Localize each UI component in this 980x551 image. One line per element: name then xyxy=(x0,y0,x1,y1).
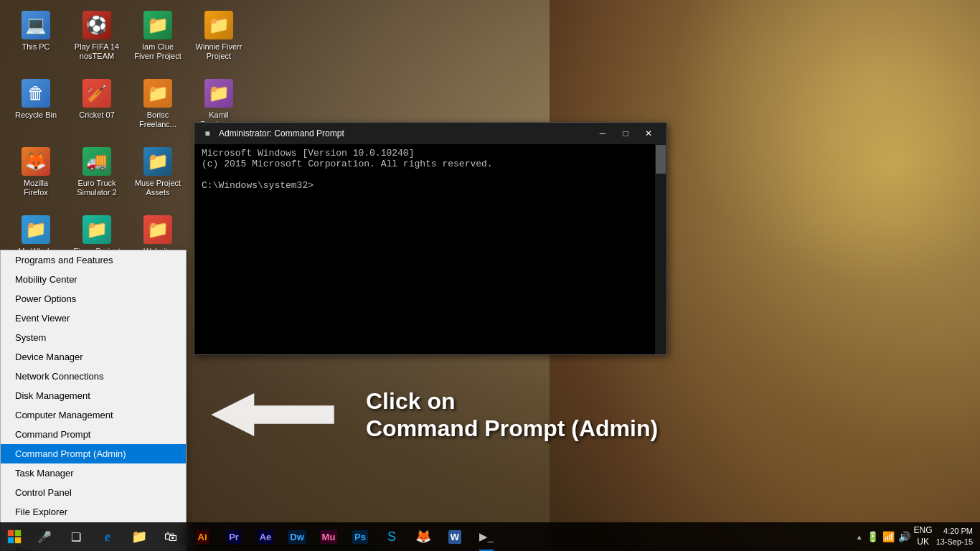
cmd-line-1: Microsoft Windows [Version 10.0.10240] xyxy=(202,148,659,159)
muse-project-icon: 📁 xyxy=(143,147,172,176)
taskbar-photoshop[interactable]: Ps xyxy=(344,522,376,551)
icon-mozilla-firefox[interactable]: 🦊 MozillaFirefox xyxy=(7,143,65,208)
cmd-titlebar-left: ■ Administrator: Command Prompt xyxy=(202,128,344,139)
taskbar-tray-arrow[interactable]: ▲ xyxy=(856,533,863,541)
cmd-minimize-button[interactable]: ─ xyxy=(592,123,613,144)
iam-clue-label: Iam ClueFiverr Project xyxy=(134,42,181,61)
premiere-icon: Pr xyxy=(227,530,241,544)
taskbar-after-effects[interactable]: Ae xyxy=(250,522,281,551)
taskbar-edge[interactable]: e xyxy=(92,522,123,551)
taskbar-skype[interactable]: S xyxy=(376,522,407,551)
menu-item-mobility-center[interactable]: Mobility Center xyxy=(1,270,186,289)
muse-project-label: Muse ProjectAssets xyxy=(135,179,181,197)
cmd-close-button[interactable]: ✕ xyxy=(638,123,659,144)
icon-recycle-bin[interactable]: 🗑 Recycle Bin xyxy=(7,75,65,140)
taskbar-system-tray: ▲ 🔋 📶 🔊 ENG UK 4:20 PM 13-Sep-15 xyxy=(856,525,980,547)
taskbar-task-view[interactable]: ❏ xyxy=(60,522,92,551)
illustrator-icon: Ai xyxy=(196,530,209,544)
annotation-text-line2: Command Prompt (Admin) xyxy=(366,415,658,442)
menu-item-command-prompt[interactable]: Command Prompt xyxy=(1,425,186,444)
cortana-mic-icon: 🎤 xyxy=(37,530,52,544)
kamil-icon: 📁 xyxy=(204,79,233,108)
firefox-taskbar-icon: 🦊 xyxy=(415,529,431,545)
euro-truck-label: Euro TruckSimulator 2 xyxy=(77,179,117,197)
cmd-scrollbar-thumb[interactable] xyxy=(656,145,666,174)
menu-item-power-options[interactable]: Power Options xyxy=(1,289,186,309)
svg-rect-2 xyxy=(15,530,21,536)
menu-item-system[interactable]: System xyxy=(1,328,186,347)
my-whole-stuff-icon: 📁 xyxy=(22,215,50,244)
taskbar-clock[interactable]: 4:20 PM 13-Sep-15 xyxy=(936,526,973,548)
icon-iam-clue[interactable]: 📁 Iam ClueFiverr Project xyxy=(129,7,187,72)
menu-item-disk-management[interactable]: Disk Management xyxy=(1,386,186,405)
taskbar-language[interactable]: ENG UK xyxy=(914,525,933,547)
menu-item-device-manager[interactable]: Device Manager xyxy=(1,347,186,367)
taskbar-dreamweaver[interactable]: Dw xyxy=(281,522,313,551)
recycle-bin-label: Recycle Bin xyxy=(15,110,57,120)
taskbar-file-explorer[interactable]: 📁 xyxy=(123,522,155,551)
icon-euro-truck[interactable]: 🚚 Euro TruckSimulator 2 xyxy=(68,143,126,208)
winnie-fiverr-label: Winnie FiverrProject xyxy=(196,42,242,61)
cmd-taskbar-icon: ▶_ xyxy=(479,530,494,543)
menu-item-file-explorer[interactable]: File Explorer xyxy=(1,502,186,522)
annotation-arrow xyxy=(201,393,344,436)
icon-cricket-07[interactable]: 🏏 Cricket 07 xyxy=(68,75,126,140)
dreamweaver-icon: Dw xyxy=(288,530,306,544)
store-icon: 🛍 xyxy=(164,529,177,545)
taskbar-premiere[interactable]: Pr xyxy=(218,522,250,551)
annotation: Click on Command Prompt (Admin) xyxy=(201,387,658,443)
menu-item-event-viewer[interactable]: Event Viewer xyxy=(1,309,186,328)
taskbar-cortana-mic[interactable]: 🎤 xyxy=(29,522,60,551)
word-icon: W xyxy=(448,530,461,544)
cmd-line-4: C:\Windows\system32> xyxy=(202,180,659,191)
task-view-icon: ❏ xyxy=(71,530,81,544)
menu-item-network-connections[interactable]: Network Connections xyxy=(1,367,186,386)
taskbar-volume-icon[interactable]: 🔊 xyxy=(898,531,910,542)
taskbar-cmd[interactable]: ▶_ xyxy=(471,522,502,551)
play-fifa-label: Play FIFA 14nosTEAM xyxy=(75,42,119,61)
taskbar-word[interactable]: W xyxy=(439,522,471,551)
icon-borisc[interactable]: 📁 BoriscFreelanc... xyxy=(129,75,187,140)
taskbar-region-code: UK xyxy=(914,537,933,548)
menu-item-command-prompt-admin[interactable]: Command Prompt (Admin) xyxy=(1,444,186,463)
fiverr-project-icon: 📁 xyxy=(83,215,111,244)
cmd-scrollbar[interactable] xyxy=(655,144,666,354)
edge-icon: e xyxy=(105,529,110,545)
taskbar-illustrator[interactable]: Ai xyxy=(187,522,218,551)
muse-icon: Mu xyxy=(320,530,338,544)
cmd-window-title: Administrator: Command Prompt xyxy=(219,128,344,138)
menu-item-task-manager[interactable]: Task Manager xyxy=(1,463,186,483)
this-pc-label: This PC xyxy=(22,42,50,52)
this-pc-icon: 💻 xyxy=(22,11,50,39)
cmd-window-icon: ■ xyxy=(202,128,213,139)
menu-item-programs-features[interactable]: Programs and Features xyxy=(1,250,186,270)
cricket-07-label: Cricket 07 xyxy=(79,110,115,120)
menu-item-control-panel[interactable]: Control Panel xyxy=(1,483,186,502)
svg-rect-3 xyxy=(8,537,14,543)
icon-muse-project[interactable]: 📁 Muse ProjectAssets xyxy=(129,143,187,208)
euro-truck-icon: 🚚 xyxy=(83,147,111,176)
taskbar-muse[interactable]: Mu xyxy=(313,522,344,551)
annotation-text-line1: Click on xyxy=(366,387,658,415)
cmd-maximize-button[interactable]: □ xyxy=(615,123,636,144)
cmd-line-3 xyxy=(202,169,659,180)
annotation-text: Click on Command Prompt (Admin) xyxy=(366,387,658,443)
icon-play-fifa[interactable]: ⚽ Play FIFA 14nosTEAM xyxy=(68,7,126,72)
start-button[interactable] xyxy=(0,522,29,551)
menu-item-computer-management[interactable]: Computer Management xyxy=(1,405,186,425)
cmd-body[interactable]: Microsoft Windows [Version 10.0.10240] (… xyxy=(194,144,666,354)
icon-this-pc[interactable]: 💻 This PC xyxy=(7,7,65,72)
iam-clue-icon: 📁 xyxy=(143,11,172,39)
website-psd-icon: 📁 xyxy=(143,215,172,244)
taskbar-icons-container: 🎤 ❏ e 📁 🛍 Ai Pr Ae xyxy=(29,522,856,551)
mozilla-firefox-label: MozillaFirefox xyxy=(24,179,48,197)
cmd-controls: ─ □ ✕ xyxy=(592,123,659,144)
svg-marker-0 xyxy=(211,393,334,436)
icon-winnie-fiverr[interactable]: 📁 Winnie FiverrProject xyxy=(190,7,248,72)
context-menu: Programs and Features Mobility Center Po… xyxy=(0,250,187,551)
taskbar-date: 13-Sep-15 xyxy=(936,537,973,547)
cmd-titlebar: ■ Administrator: Command Prompt ─ □ ✕ xyxy=(194,123,666,144)
taskbar-store[interactable]: 🛍 xyxy=(155,522,187,551)
taskbar-firefox[interactable]: 🦊 xyxy=(407,522,439,551)
play-fifa-icon: ⚽ xyxy=(83,11,111,39)
